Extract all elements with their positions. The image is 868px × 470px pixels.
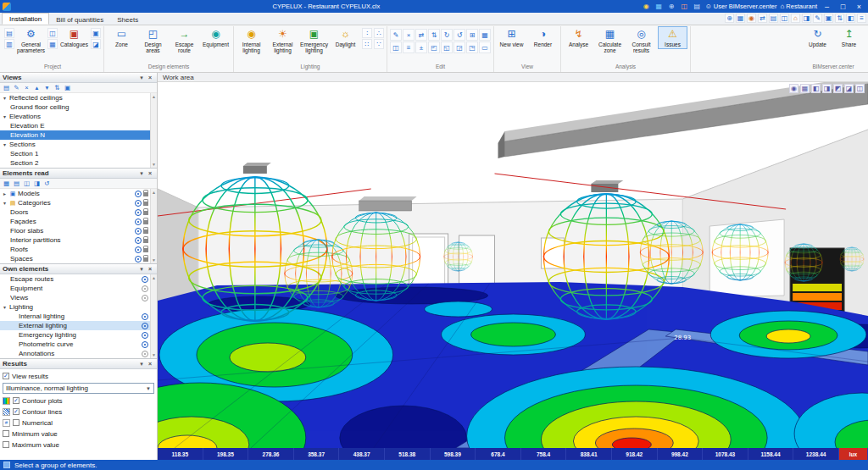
expander-icon[interactable]: ▾ — [2, 200, 8, 206]
contour-plots-checkbox[interactable]: ✓ — [13, 397, 19, 404]
toolbar-icon[interactable]: ▤ — [12, 180, 21, 188]
toolbar-icon[interactable]: ◫ — [47, 28, 58, 38]
tree-item-selected[interactable]: External lighting — [0, 321, 150, 330]
tree-item[interactable]: Emergency lighting — [0, 330, 150, 340]
numerical-row[interactable]: # Numerical — [3, 418, 154, 427]
edit-tool-icon[interactable]: ◲ — [453, 41, 465, 53]
tree-item[interactable]: Escape routes — [0, 274, 150, 284]
toolbar-icon[interactable]: ⇄ — [758, 14, 767, 23]
scroll-up-icon[interactable]: ▲ — [152, 94, 156, 99]
scrollbar[interactable]: ▲▼ — [150, 93, 157, 168]
toolbar-icon[interactable]: ▣ — [824, 14, 833, 23]
scroll-up-icon[interactable]: ▲ — [152, 275, 156, 280]
tree-item[interactable]: Annotations — [0, 349, 150, 358]
toolbar-icon[interactable]: ◫ — [780, 14, 789, 23]
toolbar-icon[interactable]: ▣ — [63, 84, 72, 92]
toolbar-icon[interactable]: ▣ — [91, 28, 101, 38]
edit-tool-icon[interactable]: ▦ — [479, 29, 491, 41]
lock-icon[interactable] — [143, 239, 148, 243]
tree-item[interactable]: ▾Reflected ceilings — [0, 93, 150, 102]
daylight-button[interactable]: ☼ Daylight — [331, 26, 360, 49]
tree-item[interactable]: Views — [0, 293, 150, 302]
toolbar-icon[interactable]: ◉ — [747, 14, 756, 23]
contour-lines-row[interactable]: ✓ Contour lines — [3, 407, 154, 416]
tree-item[interactable]: ▾▤Categories — [0, 198, 150, 207]
toolbar-icon[interactable]: ∶ — [362, 28, 372, 38]
edit-tool-icon[interactable]: ⇄ — [415, 29, 427, 41]
visibility-eye-icon[interactable] — [135, 200, 142, 207]
tree-item[interactable]: ▾Sections — [0, 140, 150, 149]
scroll-down-icon[interactable]: ▼ — [152, 257, 156, 263]
panel-collapse-icon[interactable]: ▾ — [137, 361, 146, 368]
lock-icon[interactable] — [143, 257, 148, 262]
toolbar-icon[interactable]: ◨ — [822, 84, 832, 93]
visibility-eye-icon[interactable] — [142, 341, 148, 348]
visibility-eye-icon[interactable] — [142, 323, 148, 329]
toolbar-icon[interactable]: ▴ — [32, 84, 42, 92]
tree-item[interactable]: ▾Lighting — [0, 302, 150, 312]
zone-button[interactable]: ▭ Zone — [107, 26, 136, 49]
toolbar-icon[interactable]: ▤ — [769, 14, 778, 23]
toolbar-icon[interactable]: ▤ — [4, 28, 14, 38]
apps-icon[interactable]: ⊕ — [667, 2, 676, 11]
edit-tool-icon[interactable]: ↻ — [441, 29, 453, 41]
scrollbar[interactable]: ▲▼ — [150, 274, 157, 358]
analyse-button[interactable]: ↯ Analyse — [564, 26, 593, 49]
external-lighting-button[interactable]: ☀ External lighting — [268, 26, 298, 55]
design-areas-button[interactable]: ◰ Design areas — [138, 26, 168, 55]
visibility-eye-icon[interactable] — [142, 313, 148, 320]
edit-tool-icon[interactable]: ▭ — [479, 41, 491, 53]
visibility-eye-icon[interactable] — [142, 285, 148, 292]
toolbar-icon[interactable]: ≡ — [857, 14, 866, 23]
maximum-value-checkbox[interactable] — [3, 441, 9, 448]
toolbar-icon[interactable]: ▦ — [2, 180, 11, 188]
visibility-eye-icon[interactable] — [142, 332, 148, 339]
notifications-icon[interactable]: ◉ — [642, 2, 651, 11]
panel-collapse-icon[interactable]: ▾ — [137, 75, 146, 81]
toolbar-icon[interactable]: ◫ — [22, 180, 31, 188]
panel-close-icon[interactable]: × — [146, 361, 154, 367]
user-account[interactable]: ☺ User BIMserver.center — [705, 3, 777, 10]
internal-lighting-button[interactable]: ◉ Internal lighting — [236, 26, 266, 55]
toolbar-icon[interactable]: ▦ — [736, 14, 745, 23]
consult-results-button[interactable]: ◎ Consult results — [626, 26, 656, 55]
calculate-zone-button[interactable]: ▦ Calculate zone — [595, 26, 625, 55]
toolbar-icon[interactable]: ▦ — [800, 84, 810, 93]
sync-icon[interactable]: ▦ — [654, 2, 664, 11]
expander-icon[interactable]: ▸ — [2, 191, 8, 196]
visibility-eye-icon[interactable] — [135, 191, 142, 197]
toolbar-icon[interactable]: ⇅ — [835, 14, 844, 23]
tree-item[interactable]: Ground floor ceiling — [0, 102, 150, 112]
tree-item[interactable]: Façades — [0, 217, 150, 226]
tree-item[interactable]: Photometric curve — [0, 340, 150, 349]
lock-icon[interactable] — [143, 192, 148, 196]
visibility-eye-icon[interactable] — [135, 228, 142, 235]
tree-item[interactable]: Section 2 — [0, 158, 150, 168]
numerical-checkbox[interactable] — [13, 419, 19, 426]
panel-close-icon[interactable]: × — [146, 170, 154, 176]
general-parameters-button[interactable]: ⚙ General parameters — [16, 26, 46, 55]
tab-sheets[interactable]: Sheets — [110, 14, 145, 25]
escape-route-button[interactable]: → Escape route — [170, 26, 199, 55]
expander-icon[interactable]: ▾ — [2, 95, 8, 101]
toolbar-icon[interactable]: ⌂ — [791, 14, 800, 23]
alerts-icon[interactable]: ◫ — [680, 2, 689, 11]
edit-tool-icon[interactable]: ⊞ — [466, 29, 478, 41]
tree-item[interactable]: Internal lighting — [0, 312, 150, 321]
visibility-eye-icon[interactable] — [135, 209, 142, 216]
toolbar-icon[interactable]: ◩ — [833, 84, 843, 93]
scroll-down-icon[interactable]: ▼ — [152, 162, 156, 167]
toolbar-icon[interactable]: ∵ — [374, 39, 384, 49]
maximum-value-row[interactable]: Maximum value — [3, 440, 154, 449]
new-view-button[interactable]: ⊞ New view — [497, 26, 526, 49]
toolbar-icon[interactable]: ▥ — [4, 39, 14, 49]
panel-close-icon[interactable]: × — [146, 75, 154, 80]
toolbar-icon[interactable]: ∴ — [374, 28, 384, 38]
scrollbar[interactable]: ▲▼ — [150, 189, 157, 263]
edit-tool-icon[interactable]: ◳ — [466, 41, 478, 53]
toolbar-icon[interactable]: ◧ — [846, 14, 855, 23]
toolbar-icon[interactable]: ◪ — [91, 39, 101, 49]
maximize-button[interactable]: □ — [837, 2, 849, 12]
minimum-value-row[interactable]: Minimum value — [3, 429, 154, 438]
edit-tool-icon[interactable]: × — [403, 29, 415, 41]
